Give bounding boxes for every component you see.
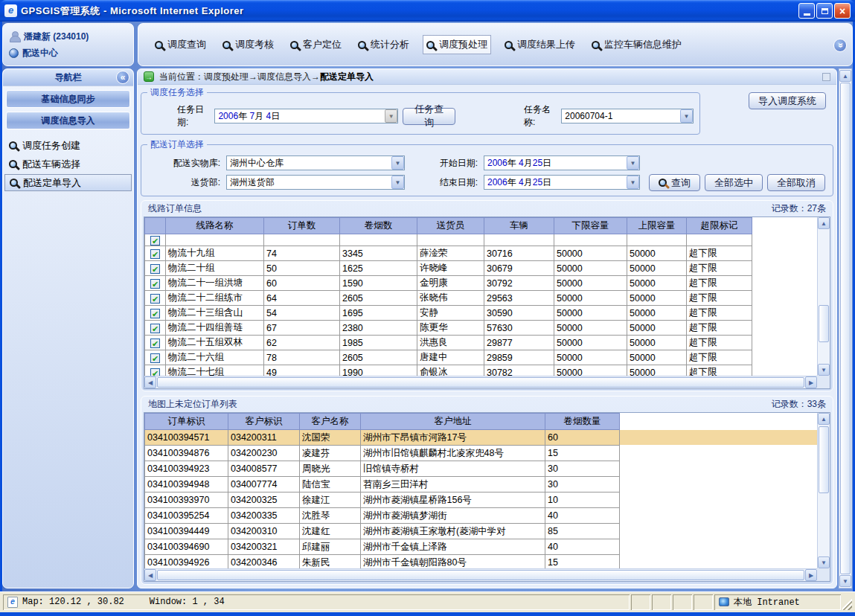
scroll-right-icon[interactable]: ▶	[805, 569, 817, 581]
select-all-button[interactable]: 全部选中	[705, 174, 763, 191]
unlocated-table-row[interactable]: 034100393970034200325徐建江湖州市菱湖镇星桥路156号10	[145, 493, 818, 508]
start-date-combo[interactable]: 2006年 4月25日 ▼	[484, 155, 640, 170]
column-header[interactable]: 订单数	[264, 218, 340, 234]
column-header[interactable]: 卷烟数量	[545, 414, 620, 430]
route-table-row[interactable]: ✔物流二十五组双林621985洪惠良298775000050000超下限	[145, 336, 818, 350]
panel-minimize-icon[interactable]	[822, 73, 830, 81]
task-name-combo[interactable]: 20060704-1 ▼	[561, 109, 694, 123]
import-dispatch-button[interactable]: 导入调度系统	[749, 92, 826, 109]
scrollbar-thumb[interactable]	[819, 426, 829, 493]
column-header[interactable]: 送货员	[417, 218, 484, 234]
task-date-combo[interactable]: 2006年 7月 4日 ▼	[214, 109, 398, 123]
toolbar-item[interactable]: 统计分析	[355, 36, 412, 54]
scrollbar-thumb[interactable]	[157, 377, 804, 388]
warehouse-combo[interactable]: 湖州中心仓库 ▼	[226, 155, 405, 170]
scroll-left-icon[interactable]: ◀	[144, 569, 156, 581]
order-query-button[interactable]: 查询	[649, 174, 700, 191]
unlocated-table-body: 034100394571034200311沈国荣湖州市下昂镇市河路17号6003…	[145, 430, 818, 571]
checkbox-checked-icon[interactable]: ✔	[150, 279, 160, 289]
dropdown-arrow-icon[interactable]: ▼	[680, 109, 693, 123]
dropdown-arrow-icon[interactable]: ▼	[385, 109, 397, 123]
column-header[interactable]: 客户标识	[228, 414, 300, 430]
route-table-row[interactable]: ✔物流二十六组782605唐建中298595000050000超下限	[145, 350, 818, 365]
task-query-button[interactable]: 任务查询	[403, 108, 455, 125]
scroll-up-icon[interactable]: ▲	[818, 413, 830, 425]
route-table-row[interactable]: ✔物流十九组743345薛淦荣307165000050000超下限	[145, 246, 818, 261]
sidebar-item[interactable]: 配送车辆选择	[4, 155, 132, 173]
sidebar-item[interactable]: 调度任务创建	[4, 137, 132, 154]
route-table-hscrollbar[interactable]: ◀ ▶	[144, 376, 817, 388]
scroll-down-icon[interactable]: ▼	[839, 575, 851, 587]
scroll-down-icon[interactable]: ▼	[818, 556, 830, 568]
toolbar-item[interactable]: 调度预处理	[423, 35, 491, 54]
end-date-combo[interactable]: 2006年 4月25日 ▼	[484, 175, 640, 190]
toolbar-collapse-button[interactable]: «	[833, 39, 847, 52]
route-table-row[interactable]: ✔物流二十四组善琏672380陈更华576305000050000超下限	[145, 321, 818, 336]
checkbox-checked-icon[interactable]: ✔	[150, 353, 160, 363]
checkbox-checked-icon[interactable]: ✔	[150, 249, 160, 259]
route-table-row[interactable]: ✔物流二十一组洪塘601590金明康307925000050000超下限	[145, 276, 818, 291]
checkbox-checked-icon[interactable]: ✔	[150, 294, 160, 304]
column-header[interactable]: 下限容量	[554, 218, 627, 234]
checkbox-checked-icon[interactable]: ✔	[150, 309, 160, 318]
scroll-right-icon[interactable]: ▶	[805, 376, 817, 388]
scroll-left-icon[interactable]: ◀	[144, 376, 156, 388]
column-header[interactable]: 客户名称	[300, 414, 361, 430]
toolbar-item[interactable]: 调度查询	[152, 36, 209, 54]
minimize-button[interactable]	[798, 3, 815, 19]
maximize-button[interactable]	[816, 3, 833, 19]
table-cell: 物流二十三组含山	[166, 306, 264, 321]
unlocated-table-row[interactable]: 034100394923034008577周晓光旧馆镇寺桥村30	[145, 461, 818, 477]
route-table-row[interactable]: ✔物流二十三组含山541695安静305905000050000超下限	[145, 306, 818, 321]
sidebar-item[interactable]: 配送定单导入	[4, 174, 132, 191]
unlocated-table-row[interactable]: 034100394876034200230凌建芬湖州市旧馆镇麒麟村北凌家兜48号…	[145, 446, 818, 461]
unlocated-table-row[interactable]: 034100395254034200335沈胜琴湖州市菱湖镇梦湖街40	[145, 508, 818, 524]
unlocated-table-row[interactable]: 034100394690034200321邱建丽湖州市千金镇上泽路40	[145, 539, 818, 555]
resize-grip[interactable]	[842, 594, 852, 610]
scrollbar-thumb[interactable]	[840, 83, 851, 574]
toolbar-item[interactable]: 监控车辆信息维护	[589, 36, 685, 54]
main-scrollbar[interactable]: ▲ ▼	[839, 68, 852, 588]
toolbar-item[interactable]: 调度考核	[220, 36, 277, 54]
dropdown-arrow-icon[interactable]: ▼	[391, 176, 404, 189]
table-cell: 超下限	[687, 291, 752, 306]
dept-combo[interactable]: 湖州送货部 ▼	[226, 175, 405, 190]
route-table-vscrollbar[interactable]: ▲ ▼	[817, 217, 830, 376]
magnifier-icon	[505, 41, 513, 49]
checkbox-checked-icon[interactable]: ✔	[150, 236, 160, 246]
column-header[interactable]: 线路名称	[166, 218, 264, 234]
scroll-up-icon[interactable]: ▲	[839, 70, 851, 82]
column-header[interactable]: 超限标记	[687, 218, 752, 234]
unlocated-table-row[interactable]: 034100394948034007774陆信宝苕南乡三田洋村30	[145, 477, 818, 493]
route-table-row[interactable]: ✔物流二十组501625许晓峰306795000050000超下限	[145, 261, 818, 276]
unlocated-table-hscrollbar[interactable]: ◀ ▶	[144, 568, 817, 581]
dropdown-arrow-icon[interactable]: ▼	[627, 176, 639, 189]
scrollbar-thumb[interactable]	[157, 570, 804, 580]
toolbar-item-label: 客户定位	[303, 38, 342, 51]
dropdown-arrow-icon[interactable]: ▼	[391, 156, 404, 170]
checkbox-checked-icon[interactable]: ✔	[150, 264, 160, 274]
toolbar-item[interactable]: 调度结果上传	[502, 36, 578, 54]
column-header[interactable]: 订单标识	[145, 414, 228, 430]
sidebar-section-button[interactable]: 基础信息同步	[6, 90, 130, 108]
route-table-row[interactable]: ✔物流二十二组练市642605张晓伟295635000050000超下限	[145, 291, 818, 306]
checkbox-checked-icon[interactable]: ✔	[150, 324, 160, 333]
checkbox-checked-icon[interactable]: ✔	[150, 339, 160, 348]
sidebar-collapse-button[interactable]: «	[116, 71, 129, 84]
sidebar-section-button[interactable]: 调度信息导入	[6, 112, 130, 129]
table-cell: 67	[264, 321, 340, 336]
unlocated-table-vscrollbar[interactable]: ▲ ▼	[817, 413, 830, 568]
dropdown-arrow-icon[interactable]: ▼	[627, 156, 639, 170]
column-header[interactable]: 卷烟数	[340, 218, 417, 234]
scrollbar-thumb[interactable]	[819, 305, 829, 342]
scroll-up-icon[interactable]: ▲	[818, 217, 830, 229]
close-button[interactable]: ×	[834, 3, 851, 19]
column-header[interactable]: 客户地址	[361, 414, 545, 430]
deselect-all-button[interactable]: 全部取消	[767, 174, 825, 191]
unlocated-table-row[interactable]: 034100394571034200311沈国荣湖州市下昂镇市河路17号60	[145, 430, 818, 446]
unlocated-table-row[interactable]: 034100394449034200310沈建红湖州市菱湖镇王家墩村(菱湖中学对…	[145, 524, 818, 539]
toolbar-item[interactable]: 客户定位	[287, 36, 345, 54]
column-header[interactable]: 上限容量	[627, 218, 687, 234]
column-header[interactable]: 车辆	[484, 218, 554, 234]
scroll-down-icon[interactable]: ▼	[818, 364, 830, 376]
